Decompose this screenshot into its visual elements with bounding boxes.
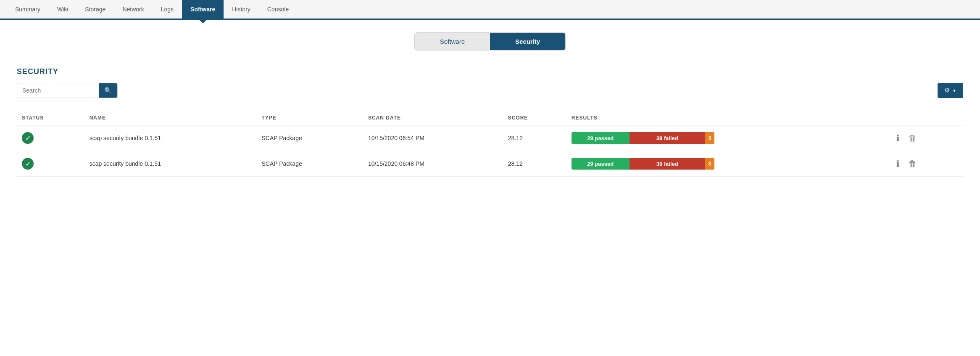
col-name: NAME <box>84 111 257 125</box>
nav-item-summary[interactable]: Summary <box>7 0 49 19</box>
search-input[interactable] <box>17 84 99 97</box>
col-status: STATUS <box>17 111 84 125</box>
cell-name: scap security bundle 0.1.51 <box>84 125 257 151</box>
results-passed: 29 passed <box>572 132 630 144</box>
nav-item-logs[interactable]: Logs <box>153 0 182 19</box>
search-input-wrap: 🔍 <box>17 83 118 98</box>
cell-type: SCAP Package <box>256 151 363 177</box>
cell-status: ✓ <box>17 151 84 177</box>
results-other: 3 <box>705 158 714 170</box>
sub-tab-security[interactable]: Security <box>490 33 565 50</box>
cell-status: ✓ <box>17 125 84 151</box>
table-row: ✓ scap security bundle 0.1.51 SCAP Packa… <box>17 125 963 151</box>
col-score: SCORE <box>503 111 566 125</box>
cell-results: 29 passed 39 failed 3 <box>566 125 889 151</box>
results-other: 3 <box>705 132 714 144</box>
cell-score: 28.12 <box>503 151 566 177</box>
col-scan-date: SCAN DATE <box>363 111 503 125</box>
nav-item-wiki[interactable]: Wiki <box>49 0 76 19</box>
nav-item-network[interactable]: Network <box>114 0 152 19</box>
sub-tab-software[interactable]: Software <box>415 33 490 50</box>
cell-actions: ℹ 🗑 <box>889 151 963 177</box>
gear-icon: ⚙ <box>944 87 950 94</box>
results-bar: 29 passed 39 failed 3 <box>572 158 714 170</box>
nav-item-history[interactable]: History <box>224 0 259 19</box>
col-results: RESULTS <box>566 111 889 125</box>
nav-item-storage[interactable]: Storage <box>76 0 114 19</box>
status-check-icon: ✓ <box>22 158 34 170</box>
results-failed: 39 failed <box>630 158 705 170</box>
search-icon: 🔍 <box>104 87 112 94</box>
table-row: ✓ scap security bundle 0.1.51 SCAP Packa… <box>17 151 963 177</box>
delete-icon[interactable]: 🗑 <box>906 133 919 143</box>
delete-icon[interactable]: 🗑 <box>906 159 919 169</box>
actions-cell: ℹ 🗑 <box>894 159 958 169</box>
section-title: SECURITY <box>17 67 963 76</box>
info-icon[interactable]: ℹ <box>894 133 902 143</box>
nav-item-console[interactable]: Console <box>259 0 297 19</box>
sub-tabs-container: Software Security <box>17 32 963 50</box>
nav-item-software[interactable]: Software <box>182 0 224 19</box>
results-passed: 29 passed <box>572 158 630 170</box>
search-button[interactable]: 🔍 <box>99 83 117 98</box>
search-bar-row: 🔍 ⚙ ▼ <box>17 83 963 98</box>
cell-scan-date: 10/15/2020 06:48 PM <box>363 151 503 177</box>
cell-actions: ℹ 🗑 <box>889 125 963 151</box>
info-icon[interactable]: ℹ <box>894 159 902 169</box>
col-type: TYPE <box>256 111 363 125</box>
security-table: STATUS NAME TYPE SCAN DATE SCORE RESULTS… <box>17 111 963 177</box>
cell-type: SCAP Package <box>256 125 363 151</box>
cell-name: scap security bundle 0.1.51 <box>84 151 257 177</box>
status-check-icon: ✓ <box>22 132 34 144</box>
col-actions <box>889 111 963 125</box>
top-navigation: Summary Wiki Storage Network Logs Softwa… <box>0 0 980 20</box>
caret-icon: ▼ <box>952 88 956 93</box>
cell-scan-date: 10/15/2020 06:54 PM <box>363 125 503 151</box>
sub-tab-group: Software Security <box>414 32 566 50</box>
cell-results: 29 passed 39 failed 3 <box>566 151 889 177</box>
page-content: Software Security SECURITY 🔍 ⚙ ▼ STATUS … <box>0 20 980 189</box>
results-failed: 39 failed <box>630 132 705 144</box>
gear-dropdown-button[interactable]: ⚙ ▼ <box>938 83 963 98</box>
actions-cell: ℹ 🗑 <box>894 133 958 143</box>
results-bar: 29 passed 39 failed 3 <box>572 132 714 144</box>
cell-score: 28.12 <box>503 125 566 151</box>
